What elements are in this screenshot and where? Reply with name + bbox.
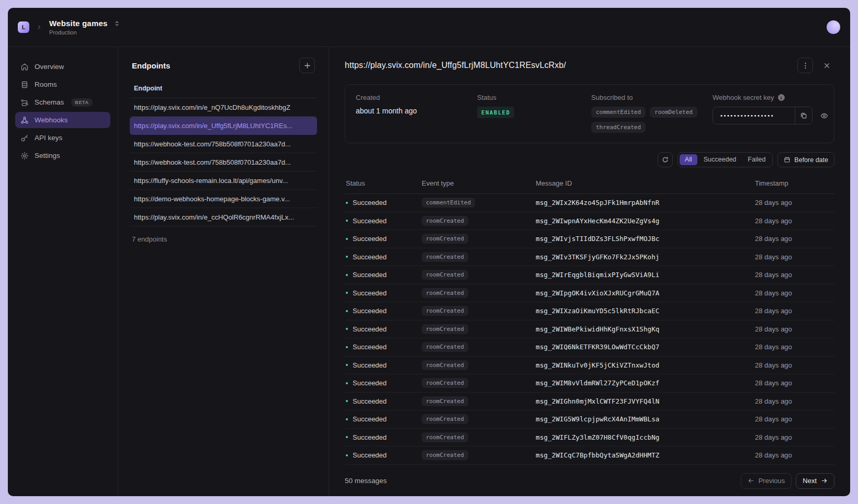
status-label: Status bbox=[477, 94, 591, 101]
row-event-type: roomCreated bbox=[422, 270, 468, 280]
rooms-icon bbox=[20, 81, 29, 89]
table-row[interactable]: Succeeded roomCreated msg_2WINkuTv0jKF5j… bbox=[345, 357, 834, 375]
endpoint-menu-button[interactable] bbox=[797, 58, 813, 73]
user-avatar[interactable] bbox=[827, 20, 840, 34]
row-event-type: roomCreated bbox=[422, 324, 468, 334]
messages-table-body: Succeeded commentEdited msg_2WIx2K64zo45… bbox=[345, 194, 834, 465]
table-row[interactable]: Succeeded roomCreated msg_2WIv3TKSFjyGFK… bbox=[345, 248, 834, 267]
endpoint-list-item[interactable]: https://fluffy-schools-remain.loca.lt/ap… bbox=[130, 171, 317, 190]
row-event-type: roomCreated bbox=[422, 306, 468, 316]
breadcrumb-chevron-icon bbox=[36, 24, 42, 30]
row-status: Succeeded bbox=[346, 361, 422, 369]
project-switcher[interactable]: Website games Production bbox=[49, 19, 120, 36]
endpoint-list-item[interactable]: https://play.svix.com/in/e_ccHQolR6cgnrR… bbox=[130, 208, 317, 226]
success-dot-icon bbox=[346, 346, 348, 348]
created-section: Created about 1 month ago bbox=[356, 94, 477, 133]
endpoint-list-item[interactable]: https://webhook-test.com/758b508f0701a23… bbox=[130, 135, 317, 153]
success-dot-icon bbox=[346, 292, 348, 294]
table-row[interactable]: Succeeded roomCreated msg_2WIwpnAYxHecKm… bbox=[345, 212, 834, 231]
row-timestamp: 28 days ago bbox=[755, 199, 833, 207]
sidebar-item-rooms[interactable]: Rooms bbox=[15, 76, 110, 93]
table-row[interactable]: Succeeded roomCreated msg_2WIWBePkiwidHh… bbox=[345, 320, 834, 339]
success-dot-icon bbox=[346, 436, 348, 438]
row-timestamp: 28 days ago bbox=[755, 343, 833, 351]
row-timestamp: 28 days ago bbox=[755, 433, 833, 441]
sidebar-item-schemas[interactable]: Schemas BETA bbox=[15, 94, 110, 110]
table-row[interactable]: Succeeded roomCreated msg_2WICqC7BpfbbQy… bbox=[345, 446, 834, 465]
row-event-type: roomCreated bbox=[422, 216, 468, 226]
column-timestamp: Timestamp bbox=[755, 179, 833, 187]
messages-footer: 50 messages Previous Next bbox=[345, 465, 834, 489]
main-area: Overview Rooms Schemas BETA Webhooks API… bbox=[8, 47, 850, 496]
sidebar-item-api-keys[interactable]: API keys bbox=[15, 130, 110, 146]
next-label: Next bbox=[803, 477, 817, 485]
filter-succeeded[interactable]: Succeeded bbox=[698, 154, 742, 165]
endpoint-url: https://fluffy-schools-remain.loca.lt/ap… bbox=[134, 177, 288, 185]
row-message-id: msg_2WIWBePkiwidHhKgFnxsX1ShgKq bbox=[536, 325, 755, 333]
top-header: L Website games Production bbox=[8, 8, 850, 47]
copy-icon bbox=[800, 112, 807, 119]
row-timestamp: 28 days ago bbox=[755, 217, 833, 225]
previous-page-button[interactable]: Previous bbox=[741, 473, 792, 489]
filter-failed[interactable]: Failed bbox=[742, 154, 771, 165]
success-dot-icon bbox=[346, 238, 348, 240]
row-timestamp: 28 days ago bbox=[755, 307, 833, 315]
table-row[interactable]: Succeeded roomCreated msg_2WIQ6NkETFKR39… bbox=[345, 338, 834, 357]
row-status: Succeeded bbox=[346, 217, 422, 225]
app-window: L Website games Production Overview Ro bbox=[8, 8, 850, 496]
row-event-type: roomCreated bbox=[422, 396, 468, 406]
message-filter-toolbar: All Succeeded Failed Before date bbox=[345, 152, 834, 167]
secret-key-field: •••••••••••••••• bbox=[713, 107, 812, 124]
refresh-button[interactable] bbox=[658, 152, 673, 167]
column-status: Status bbox=[346, 179, 422, 187]
reveal-secret-button[interactable] bbox=[816, 108, 832, 123]
success-dot-icon bbox=[346, 220, 348, 222]
row-message-id: msg_2WIwpnAYxHecKm44ZK2UeZgVs4g bbox=[536, 217, 755, 225]
table-row[interactable]: Succeeded roomCreated msg_2WIFLZy3lmZ07H… bbox=[345, 429, 834, 447]
messages-table: Status Event type Message ID Timestamp S… bbox=[345, 175, 834, 465]
table-row[interactable]: Succeeded roomCreated msg_2WIrEqgblBiqmi… bbox=[345, 266, 834, 284]
table-row[interactable]: Succeeded roomCreated msg_2WIG5W9lcpjpwR… bbox=[345, 410, 834, 429]
sidebar-item-overview[interactable]: Overview bbox=[15, 59, 110, 75]
chevron-up-down-icon[interactable] bbox=[114, 20, 120, 27]
sidebar-item-webhooks[interactable]: Webhooks bbox=[15, 112, 110, 128]
success-dot-icon bbox=[346, 454, 348, 456]
endpoint-list-item[interactable]: https://play.svix.com/in/e_nQ7UcDh8uKgdi… bbox=[130, 98, 317, 117]
success-dot-icon bbox=[346, 256, 348, 258]
close-icon bbox=[823, 62, 831, 70]
row-message-id: msg_2WIXzaOiKmuYD5c5lkRtRJbcaEC bbox=[536, 307, 755, 315]
next-page-button[interactable]: Next bbox=[796, 473, 834, 489]
endpoint-list-item[interactable]: https://play.svix.com/in/e_Uffg5fLrjM8LU… bbox=[130, 117, 317, 135]
endpoint-list-item[interactable]: https://demo-webhooks-homepage-blocks-ga… bbox=[130, 190, 317, 208]
home-icon bbox=[20, 63, 29, 71]
row-status: Succeeded bbox=[346, 253, 422, 261]
table-row[interactable]: Succeeded roomCreated msg_2WIvjsTIIdDZs3… bbox=[345, 230, 834, 248]
table-row[interactable]: Succeeded commentEdited msg_2WIx2K64zo45… bbox=[345, 194, 834, 212]
info-icon[interactable]: i bbox=[778, 94, 785, 101]
row-timestamp: 28 days ago bbox=[755, 235, 833, 243]
column-message-id: Message ID bbox=[536, 179, 755, 187]
sidebar-item-settings[interactable]: Settings bbox=[15, 147, 110, 164]
table-row[interactable]: Succeeded roomCreated msg_2WIpgOK4ivXioX… bbox=[345, 284, 834, 303]
row-status: Succeeded bbox=[346, 379, 422, 387]
arrow-right-icon bbox=[821, 477, 828, 484]
close-detail-button[interactable] bbox=[819, 58, 834, 73]
filter-all[interactable]: All bbox=[680, 154, 697, 165]
table-row[interactable]: Succeeded roomCreated msg_2WIGhn0mjMxlCW… bbox=[345, 393, 834, 411]
row-message-id: msg_2WIx2K64zo45pJFk1HmrpAbNfnR bbox=[536, 199, 755, 207]
row-timestamp: 28 days ago bbox=[755, 271, 833, 279]
workspace-logo[interactable]: L bbox=[18, 21, 29, 33]
row-message-id: msg_2WIvjsTIIdDZs3FLShPxwfMOJBc bbox=[536, 235, 755, 243]
endpoint-url: https://demo-webhooks-homepage-blocks-ga… bbox=[134, 195, 290, 203]
sidebar-item-label: Settings bbox=[35, 152, 60, 159]
endpoint-list-item[interactable]: https://webhook-test.com/758b508f0701a23… bbox=[130, 153, 317, 171]
beta-badge: BETA bbox=[71, 98, 92, 107]
table-row[interactable]: Succeeded roomCreated msg_2WIXzaOiKmuYD5… bbox=[345, 302, 834, 320]
before-date-button[interactable]: Before date bbox=[777, 152, 834, 167]
copy-secret-button[interactable] bbox=[795, 107, 812, 124]
endpoints-title: Endpoints bbox=[132, 61, 170, 70]
row-status: Succeeded bbox=[346, 433, 422, 441]
row-message-id: msg_2WIv3TKSFjyGFKo7Fk2Jx5PKohj bbox=[536, 253, 755, 261]
table-row[interactable]: Succeeded roomCreated msg_2WIM8vVldmRWl2… bbox=[345, 374, 834, 393]
add-endpoint-button[interactable] bbox=[299, 58, 315, 73]
